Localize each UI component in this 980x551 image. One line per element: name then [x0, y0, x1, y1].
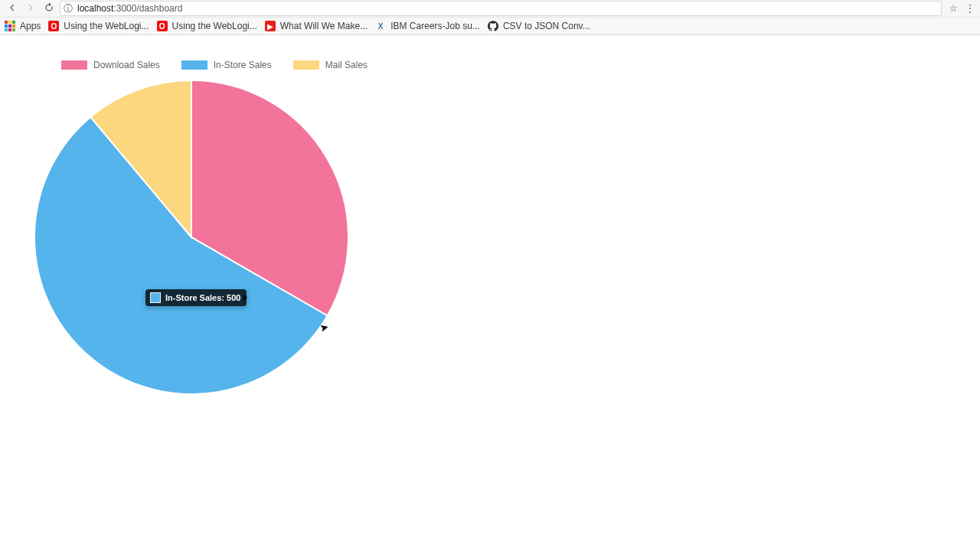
bookmark-item[interactable]: ▶ What Will We Make... [265, 21, 368, 31]
bookmark-star-icon[interactable]: ☆ [945, 3, 962, 14]
chart-legend: Download Sales In-Store Sales Mail Sales [61, 60, 360, 70]
bookmarks-bar: Apps O Using the WebLogi... O Using the … [0, 18, 980, 35]
browser-toolbar: ⓘ localhost:3000/dashboard ☆ ⋮ [0, 0, 980, 18]
legend-label: Download Sales [93, 60, 160, 70]
bookmark-label: Apps [20, 21, 41, 31]
chart-container: Download Sales In-Store Sales Mail Sales… [31, 60, 360, 398]
url-path: :3000/dashboard [113, 3, 182, 14]
legend-item[interactable]: Download Sales [61, 60, 160, 70]
legend-item[interactable]: Mail Sales [293, 60, 368, 70]
forward-button[interactable] [23, 2, 38, 15]
legend-swatch [181, 60, 207, 70]
browser-menu-icon[interactable]: ⋮ [965, 3, 975, 14]
oracle-icon: O [48, 21, 59, 31]
back-button[interactable] [5, 2, 20, 15]
github-icon [488, 21, 498, 31]
youtube-icon: ▶ [265, 21, 276, 31]
tooltip-swatch [150, 292, 161, 303]
legend-swatch [293, 60, 319, 70]
legend-item[interactable]: In-Store Sales [181, 60, 272, 70]
oracle-icon: O [157, 21, 168, 31]
bookmark-label: IBM Careers-Job su... [390, 21, 480, 31]
legend-label: In-Store Sales [214, 60, 272, 70]
bookmark-item[interactable]: O Using the WebLogi... [157, 21, 257, 31]
apps-grid-icon [5, 21, 15, 31]
site-info-icon[interactable]: ⓘ [64, 2, 73, 15]
x-icon: X [375, 21, 386, 31]
url-host: localhost [77, 3, 113, 14]
bookmark-label: Using the WebLogi... [64, 21, 149, 31]
reload-button[interactable] [41, 2, 57, 15]
bookmark-item[interactable]: X IBM Careers-Job su... [375, 21, 480, 31]
tooltip-text: In-Store Sales: 500 [165, 293, 240, 302]
address-bar[interactable]: ⓘ localhost:3000/dashboard [60, 1, 942, 16]
bookmark-apps[interactable]: Apps [5, 21, 41, 31]
pie-chart[interactable] [31, 77, 352, 398]
page-content: Download Sales In-Store Sales Mail Sales… [0, 35, 980, 551]
legend-label: Mail Sales [325, 60, 368, 70]
legend-swatch [61, 60, 87, 70]
bookmark-item[interactable]: O Using the WebLogi... [48, 21, 149, 31]
bookmark-label: What Will We Make... [280, 21, 368, 31]
bookmark-label: CSV to JSON Conv... [503, 21, 590, 31]
bookmark-item[interactable]: CSV to JSON Conv... [488, 21, 590, 31]
chart-tooltip: In-Store Sales: 500 [145, 289, 247, 306]
bookmark-label: Using the WebLogi... [172, 21, 257, 31]
